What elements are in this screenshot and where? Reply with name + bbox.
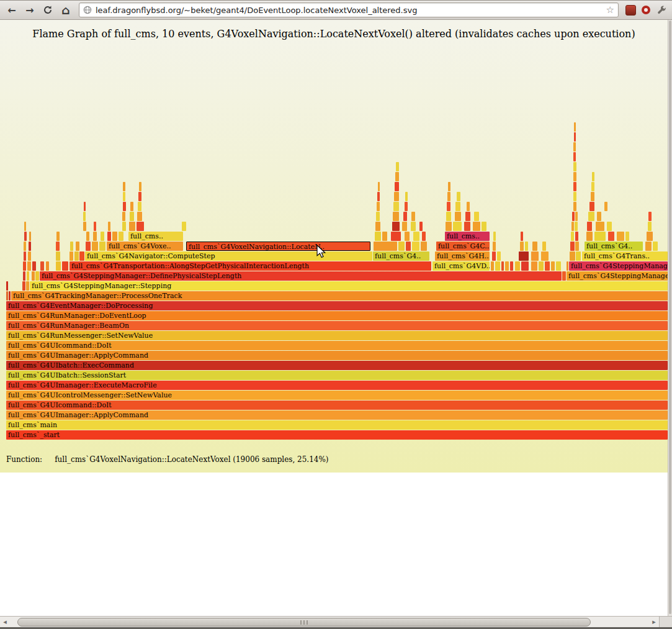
flame-frame[interactable] [571,222,574,231]
flame-frame[interactable] [446,222,452,231]
flame-frame[interactable] [69,251,73,261]
flame-frame[interactable] [542,242,546,251]
flame-frame[interactable] [6,291,8,301]
flame-frame[interactable] [123,202,126,211]
flame-frame[interactable] [402,222,407,231]
flame-frame[interactable] [46,261,49,271]
flame-frame[interactable] [648,212,652,221]
scroll-left-arrow[interactable]: ◂ [0,617,10,627]
flame-frame[interactable] [411,212,415,221]
flame-frame[interactable] [515,261,520,271]
flame-frame[interactable] [473,222,480,231]
flame-frame[interactable] [79,251,84,261]
flame-frame[interactable] [24,242,26,251]
flame-frame[interactable] [617,232,624,241]
flame-frame[interactable] [587,222,592,231]
flame-frame[interactable] [491,261,494,271]
flame-frame[interactable]: full_cms`G4.. [373,251,429,261]
flame-frame[interactable] [422,232,426,241]
flame-frame[interactable] [83,222,86,231]
flame-frame[interactable] [608,232,614,241]
flame-frame[interactable] [24,232,27,241]
flame-frame[interactable] [6,281,8,291]
bookmark-star-icon[interactable]: ☆ [606,6,614,15]
flame-frame[interactable] [83,212,86,221]
flame-frame[interactable] [395,182,399,191]
flame-frame[interactable] [9,291,11,301]
flame-frame[interactable] [374,242,397,251]
flame-frame[interactable] [575,232,578,241]
flame-frame[interactable] [596,222,604,231]
flame-frame[interactable] [101,232,104,241]
flame-frame[interactable] [493,242,496,251]
flame-frame[interactable]: full_cms`G4SteppingManager::I.. [567,271,668,281]
flame-frame[interactable] [376,212,380,221]
flame-frame[interactable] [482,222,486,231]
flame-frame[interactable] [573,152,576,161]
flame-frame[interactable] [137,222,144,231]
flame-frame[interactable] [447,192,450,201]
flame-frame[interactable] [574,132,576,142]
flame-frame[interactable] [520,242,524,251]
flame-frame[interactable] [648,222,652,231]
flame-frame[interactable] [119,232,123,241]
flame-frame[interactable] [455,212,461,221]
flame-frame[interactable] [571,232,574,241]
flame-frame[interactable]: full_cms`G4SteppingManager::Stepping [30,281,668,291]
flame-frame[interactable] [84,202,86,211]
flame-frame[interactable] [375,222,380,231]
url-bar[interactable]: leaf.dragonflybsd.org/~beket/geant4/DoEv… [79,2,619,17]
flame-frame[interactable] [545,261,550,271]
flame-frame[interactable] [501,261,504,271]
flame-frame[interactable] [378,182,380,191]
flame-frame[interactable] [604,202,607,211]
back-button[interactable]: ← [4,2,20,17]
flame-frame[interactable] [556,261,561,271]
flame-frame[interactable] [406,242,411,251]
flame-frame[interactable]: full_cms`G4.. [585,242,643,251]
flame-frame[interactable] [575,222,578,231]
flame-frame[interactable] [32,261,36,271]
flame-frame[interactable] [56,232,60,241]
flame-frame[interactable]: full_cms`G4Transportation::AlongStepGetP… [69,261,431,271]
flame-frame[interactable] [573,172,576,181]
flame-frame[interactable] [70,242,73,251]
flame-frame[interactable] [392,222,400,231]
flame-frame[interactable]: full_cms`G4RunMessenger::SetNewValue [6,331,668,340]
flame-frame[interactable] [525,242,528,251]
flame-frame[interactable]: full_cms`G4TrackingManager::ProcessOneTr… [11,291,668,301]
flame-frame[interactable] [591,182,594,191]
flame-frame[interactable] [567,261,568,271]
flame-frame[interactable] [29,232,31,241]
flame-frame[interactable] [570,242,575,251]
flame-frame[interactable] [382,232,387,241]
flame-frame[interactable] [56,242,60,251]
flame-frame[interactable] [465,212,470,221]
flame-frame[interactable] [375,232,381,241]
flame-frame[interactable]: full_cms`G4UIcontrolMessenger::SetNewVal… [6,391,668,400]
flame-frame[interactable] [421,242,427,251]
flame-frame[interactable]: full_cms.. [445,232,490,241]
flame-frame[interactable] [597,212,601,221]
flame-frame[interactable] [532,242,537,251]
flame-frame[interactable]: full_cms`G4UImanager::ApplyCommand [6,410,668,420]
flame-frame[interactable] [129,222,135,231]
flame-frame[interactable] [22,281,25,291]
flame-frame[interactable] [521,261,529,271]
flame-frame[interactable]: full_cms`G4H.. [435,251,490,261]
flame-frame[interactable] [539,261,544,271]
flame-frame[interactable] [575,242,579,251]
flame-frame[interactable] [139,182,141,191]
flame-frame[interactable] [27,261,31,271]
flame-frame[interactable] [653,242,658,251]
reload-button[interactable] [40,2,56,17]
flame-frame[interactable] [107,232,111,241]
flame-frame[interactable] [594,232,606,241]
flame-frame[interactable] [589,202,594,211]
flame-frame[interactable] [405,232,410,241]
flame-frame[interactable]: full_cms`G4UIbatch::ExecCommand [6,361,668,370]
flame-frame[interactable] [411,222,416,231]
flame-frame[interactable] [495,261,500,271]
flame-frame[interactable] [403,212,407,221]
flame-frame[interactable] [493,232,496,241]
